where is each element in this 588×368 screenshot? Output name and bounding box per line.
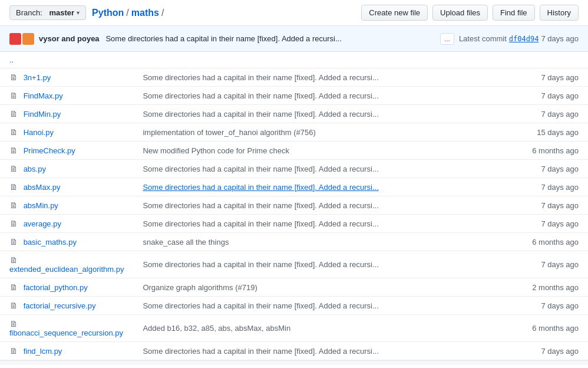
file-link[interactable]: 3n+1.py [24, 73, 51, 82]
table-row: 🗎 factorial_python.py Organize graph alg… [0, 278, 588, 297]
table-row: 🗎 average.py Some directories had a capi… [0, 215, 588, 233]
latest-commit-label: Latest commit [459, 34, 507, 43]
file-name-cell: 🗎 find_lcm.py [0, 342, 133, 360]
file-link[interactable]: FindMax.py [24, 91, 63, 100]
caret-icon: ▾ [77, 9, 80, 16]
file-link[interactable]: absMin.py [24, 201, 58, 210]
file-name-cell: 🗎 3n+1.py [0, 68, 133, 87]
commit-msg-cell: snake_case all the things [133, 233, 457, 251]
file-icon: 🗎 [9, 127, 18, 137]
commit-ellipsis-button[interactable]: ... [440, 33, 454, 45]
file-link[interactable]: FindMin.py [24, 110, 61, 119]
commit-msg-cell: New modified Python code for Prime check [133, 142, 457, 160]
commit-msg-text: Added b16, b32, a85, abs, absMax, absMin [143, 324, 290, 333]
commit-msg-text: Some directories had a capital in their … [143, 219, 378, 228]
table-row: 🗎 FindMax.py Some directories had a capi… [0, 87, 588, 105]
files-table: 🗎 3n+1.py Some directories had a capital… [0, 68, 588, 360]
commit-time-cell: 7 days ago [457, 68, 588, 87]
commit-time-cell: 7 days ago [457, 251, 588, 278]
parent-dir-link[interactable]: .. [9, 55, 14, 64]
file-name-cell: 🗎 absMin.py [0, 196, 133, 215]
file-icon: 🗎 [9, 164, 18, 173]
upload-files-button[interactable]: Upload files [432, 5, 488, 21]
table-row: 🗎 FindMin.py Some directories had a capi… [0, 105, 588, 123]
branch-selector[interactable]: Branch: master ▾ [9, 5, 86, 20]
file-link[interactable]: PrimeCheck.py [24, 146, 75, 155]
file-link[interactable]: abs.py [24, 165, 46, 173]
file-name-cell: 🗎 factorial_python.py [0, 278, 133, 297]
table-row: 🗎 fibonacci_sequence_recursion.py Added … [0, 315, 588, 342]
file-icon: 🗎 [9, 346, 18, 356]
commit-msg-text: Some directories had a capital in their … [143, 165, 378, 173]
create-new-button[interactable]: Create new file [361, 5, 428, 21]
commit-msg-cell: Some directories had a capital in their … [133, 105, 457, 123]
commit-msg-text: Some directories had a capital in their … [143, 301, 378, 310]
file-link[interactable]: basic_maths.py [24, 238, 77, 247]
file-link[interactable]: average.py [24, 219, 61, 228]
commit-meta: Latest commit df04d94 7 days ago [459, 34, 579, 43]
file-icon: 🗎 [9, 73, 18, 82]
table-row: 🗎 factorial_recursive.py Some directorie… [0, 297, 588, 315]
file-name-cell: 🗎 PrimeCheck.py [0, 142, 133, 160]
file-link[interactable]: extended_euclidean_algorithm.py [9, 265, 124, 274]
commit-time-cell: 7 days ago [457, 160, 588, 178]
file-name-cell: 🗎 average.py [0, 215, 133, 233]
commit-bar: vysor and poyea Some directories had a c… [0, 26, 588, 52]
breadcrumb-folder-link[interactable]: maths [131, 8, 159, 18]
commit-time-cell: 7 days ago [457, 87, 588, 105]
author-avatars [9, 33, 34, 45]
file-link[interactable]: absMax.py [24, 183, 61, 192]
history-button[interactable]: History [540, 5, 579, 21]
file-link[interactable]: factorial_python.py [24, 283, 88, 292]
commit-authors: vysor and poyea [39, 34, 100, 43]
file-link[interactable]: factorial_recursive.py [24, 301, 96, 310]
file-link[interactable]: fibonacci_sequence_recursion.py [9, 328, 123, 337]
commit-hash-link[interactable]: df04d94 [509, 35, 539, 43]
commit-msg-text: implementation of tower_of_hanoi algorit… [143, 128, 315, 137]
commit-author-message: vysor and poyea Some directories had a c… [39, 34, 435, 43]
commit-msg-cell: Some directories had a capital in their … [133, 160, 457, 178]
commit-time-cell: 7 days ago [457, 297, 588, 315]
table-row: 🗎 3n+1.py Some directories had a capital… [0, 68, 588, 87]
commit-summary: Some directories had a capital in their … [105, 34, 341, 43]
file-icon: 🗎 [9, 301, 18, 310]
branch-name: master [49, 8, 74, 17]
commit-msg-text: New modified Python code for Prime check [143, 146, 289, 155]
commit-msg-cell: Some directories had a capital in their … [133, 68, 457, 87]
commit-msg-cell: Some directories had a capital in their … [133, 297, 457, 315]
table-row: 🗎 extended_euclidean_algorithm.py Some d… [0, 251, 588, 278]
table-row: 🗎 abs.py Some directories had a capital … [0, 160, 588, 178]
breadcrumb-repo-link[interactable]: Python [92, 8, 124, 18]
commit-msg-cell: Some directories had a capital in their … [133, 251, 457, 278]
commit-time-cell: 6 months ago [457, 233, 588, 251]
file-icon: 🗎 [9, 319, 18, 328]
file-name-cell: 🗎 extended_euclidean_algorithm.py [0, 251, 133, 278]
commit-msg-text: Some directories had a capital in their … [143, 73, 378, 82]
file-icon: 🗎 [9, 91, 18, 100]
file-icon: 🗎 [9, 255, 18, 265]
file-icon: 🗎 [9, 109, 18, 119]
file-link[interactable]: find_lcm.py [24, 347, 62, 356]
commit-msg-cell: Some directories had a capital in their … [133, 178, 457, 196]
table-row: 🗎 absMax.py Some directories had a capit… [0, 178, 588, 196]
scroll-hint [0, 360, 588, 365]
find-file-button[interactable]: Find file [493, 5, 535, 21]
commit-time-cell: 6 months ago [457, 142, 588, 160]
branch-label: Branch: [16, 8, 42, 17]
avatar-poyea [22, 33, 34, 45]
file-name-cell: 🗎 fibonacci_sequence_recursion.py [0, 315, 133, 342]
commit-time-cell: 6 months ago [457, 315, 588, 342]
commit-msg-link[interactable]: Some directories had a capital in their … [143, 183, 378, 192]
file-icon: 🗎 [9, 182, 18, 192]
commit-msg-cell: Organize graph algorithms (#719) [133, 278, 457, 297]
file-icon: 🗎 [9, 219, 18, 228]
file-link[interactable]: Hanoi.py [24, 128, 54, 137]
commit-msg-text: Some directories had a capital in their … [143, 91, 378, 100]
commit-time-cell: 2 months ago [457, 278, 588, 297]
commit-time-cell: 7 days ago [457, 342, 588, 360]
file-name-cell: 🗎 abs.py [0, 160, 133, 178]
file-icon: 🗎 [9, 146, 18, 155]
action-buttons: Create new file Upload files Find file H… [361, 5, 579, 21]
commit-msg-cell: Some directories had a capital in their … [133, 87, 457, 105]
commit-msg-text: Some directories had a capital in their … [143, 110, 378, 119]
